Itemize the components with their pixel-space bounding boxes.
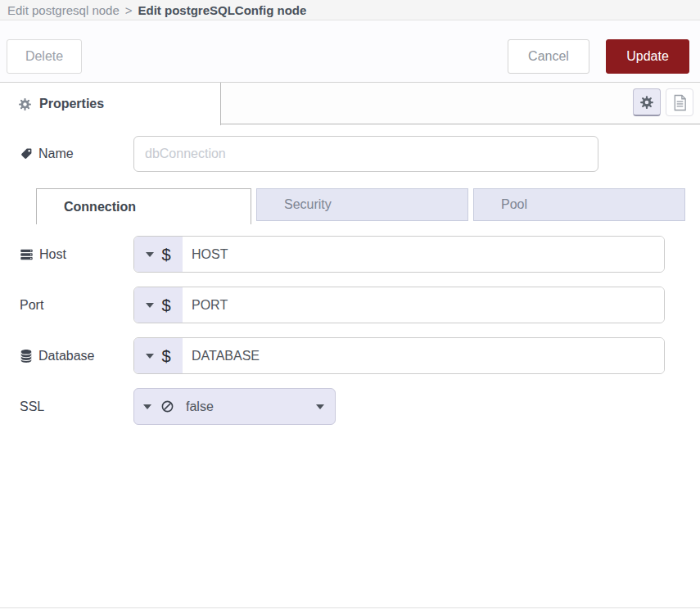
ssl-label: SSL — [20, 400, 133, 414]
database-typed-input: $ — [133, 337, 665, 374]
bool-type-icon — [161, 400, 174, 413]
ssl-selected-value: false — [186, 400, 214, 414]
host-row: Host $ — [20, 236, 700, 273]
tab-properties[interactable]: Properties — [0, 83, 221, 125]
host-type-select-button[interactable]: $ — [134, 237, 183, 272]
tag-icon — [20, 147, 33, 160]
database-row: Database $ — [20, 337, 700, 374]
database-label: Database — [20, 349, 133, 363]
env-var-type-icon: $ — [161, 246, 170, 263]
tab-connection-label: Connection — [64, 200, 136, 214]
file-icon — [672, 94, 688, 111]
chevron-down-icon — [146, 354, 154, 359]
port-typed-input: $ — [133, 287, 665, 323]
update-button[interactable]: Update — [606, 39, 689, 74]
edit-properties-button[interactable] — [633, 88, 661, 116]
tab-security-label: Security — [284, 197, 332, 212]
database-label-text: Database — [38, 349, 95, 363]
tray-toolbar: Delete Cancel Update — [0, 20, 700, 82]
port-input[interactable] — [183, 287, 664, 323]
host-typed-input: $ — [133, 236, 665, 273]
chevron-down-icon — [316, 404, 324, 409]
chevron-down-icon — [146, 303, 154, 308]
tab-properties-label: Properties — [39, 97, 104, 111]
tab-pool-label: Pool — [501, 197, 527, 212]
host-input[interactable] — [183, 237, 664, 272]
port-type-select-button[interactable]: $ — [134, 287, 183, 323]
name-row: Name — [20, 136, 700, 172]
database-icon — [20, 349, 33, 363]
gear-icon — [18, 97, 32, 111]
name-label-text: Name — [38, 147, 74, 161]
port-row: Port $ — [20, 287, 700, 323]
env-var-type-icon: $ — [161, 348, 170, 364]
tabbar-buttons — [633, 88, 693, 116]
ssl-label-text: SSL — [20, 400, 44, 414]
breadcrumb-separator: > — [125, 3, 133, 17]
bottom-divider — [0, 607, 700, 608]
port-label: Port — [20, 298, 133, 313]
server-icon — [20, 248, 34, 261]
editor-tabbar: Properties — [0, 82, 700, 124]
breadcrumb-parent-link[interactable]: Edit postgresql node — [7, 3, 120, 17]
tab-security[interactable]: Security — [256, 188, 468, 221]
database-input[interactable] — [183, 338, 664, 373]
port-label-text: Port — [20, 298, 43, 313]
name-input[interactable] — [133, 136, 598, 172]
chevron-down-icon — [143, 404, 151, 409]
host-label: Host — [20, 247, 133, 262]
breadcrumb: Edit postgresql node > Edit postgreSQLCo… — [0, 0, 700, 20]
database-type-select-button[interactable]: $ — [134, 338, 183, 373]
cancel-button[interactable]: Cancel — [508, 39, 589, 74]
tab-pool[interactable]: Pool — [473, 188, 685, 221]
ssl-row: SSL false — [20, 388, 700, 425]
gear-icon — [639, 95, 654, 110]
page-title: Edit postgreSQLConfig node — [138, 3, 307, 17]
tab-connection[interactable]: Connection — [36, 188, 251, 224]
node-description-button[interactable] — [666, 88, 693, 116]
delete-button[interactable]: Delete — [7, 39, 82, 74]
host-label-text: Host — [39, 247, 66, 262]
env-var-type-icon: $ — [161, 297, 170, 314]
section-tabs: Connection Security Pool — [18, 188, 700, 224]
ssl-select[interactable]: false — [133, 388, 336, 425]
form-content: Name Connection Security Pool — [0, 136, 700, 425]
chevron-down-icon — [146, 252, 154, 257]
name-label: Name — [20, 147, 133, 161]
